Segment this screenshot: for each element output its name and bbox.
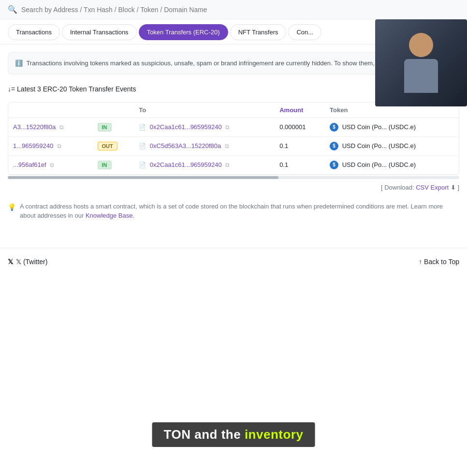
back-to-top-label: ↑ Back to Top xyxy=(419,258,459,266)
token-icon: $ xyxy=(330,142,338,150)
knowledge-base-link[interactable]: Knowledge Base. xyxy=(86,212,134,219)
doc-icon: 📄 xyxy=(139,124,146,131)
copy-to-icon[interactable]: ⧉ xyxy=(225,162,230,168)
cell-token: $ USD Coin (Po... (USDC.e) xyxy=(325,118,459,136)
subtitle-overlay: TON and the inventory xyxy=(152,422,315,447)
table-row: A3...15220f80a ⧉ IN 📄 0x2Caa1c61...96595… xyxy=(8,118,459,136)
search-icon: 🔍 xyxy=(8,5,17,14)
cell-to: 📄 0xC5d563A3...15220f80a ⧉ xyxy=(134,136,275,155)
to-hash-link[interactable]: 0x2Caa1c61...965959240 xyxy=(150,123,222,131)
cell-to: 📄 0x2Caa1c61...965959240 ⧉ xyxy=(134,155,275,174)
doc-icon: 📄 xyxy=(139,143,146,149)
back-to-top-button[interactable]: ↑ Back to Top xyxy=(419,258,459,266)
from-hash-link[interactable]: A3...15220f80a xyxy=(13,123,56,131)
from-hash-link[interactable]: ...956af61ef xyxy=(13,161,46,168)
camera-overlay xyxy=(375,19,467,106)
cell-from: ...956af61ef ⧉ xyxy=(8,155,93,174)
tab-token-transfers[interactable]: Token Transfers (ERC-20) xyxy=(139,24,228,40)
info-icon: ℹ️ xyxy=(15,60,23,67)
cell-token: $ USD Coin (Po... (USDC.e) xyxy=(325,136,459,155)
subtitle-highlight: inventory xyxy=(245,427,304,442)
col-to: To xyxy=(134,103,275,118)
from-hash-link[interactable]: 1...965959240 xyxy=(13,142,53,149)
info-note: 💡 A contract address hosts a smart contr… xyxy=(8,202,459,221)
cell-amount: 0.000001 xyxy=(275,118,325,136)
to-hash-link[interactable]: 0xC5d563A3...15220f80a xyxy=(150,142,221,149)
x-icon: 𝕏 xyxy=(8,258,13,266)
copy-from-icon[interactable]: ⧉ xyxy=(57,143,61,149)
footer: 𝕏 𝕏 (Twitter) ↑ Back to Top xyxy=(0,248,467,275)
cell-amount: 0.1 xyxy=(275,136,325,155)
subtitle-prefix: TON and the xyxy=(164,427,245,442)
col-from xyxy=(8,103,93,118)
notice-text: Transactions involving tokens marked as … xyxy=(26,60,392,67)
data-table: To Amount Token A3...15220f80a ⧉ IN 📄 0x… xyxy=(8,103,459,175)
table-title: ↓= Latest 3 ERC-20 Token Transfer Events xyxy=(8,85,136,93)
cell-amount: 0.1 xyxy=(275,155,325,174)
csv-suffix: ⬇ ] xyxy=(451,184,459,191)
token-transfers-table: To Amount Token A3...15220f80a ⧉ IN 📄 0x… xyxy=(8,102,459,175)
twitter-link[interactable]: 𝕏 𝕏 (Twitter) xyxy=(8,258,47,266)
cell-direction: OUT xyxy=(93,136,134,155)
cell-direction: IN xyxy=(93,118,134,136)
direction-badge: IN xyxy=(98,123,112,132)
doc-icon: 📄 xyxy=(139,162,146,168)
table-row: ...956af61ef ⧉ IN 📄 0x2Caa1c61...9659592… xyxy=(8,155,459,174)
cell-direction: IN xyxy=(93,155,134,174)
copy-from-icon[interactable]: ⧉ xyxy=(50,162,54,168)
copy-to-icon[interactable]: ⧉ xyxy=(225,143,229,149)
cell-from: A3...15220f80a ⧉ xyxy=(8,118,93,136)
csv-label: [ Download: xyxy=(381,184,414,191)
direction-badge: OUT xyxy=(98,142,117,150)
csv-export-link[interactable]: CSV Export xyxy=(416,184,449,191)
token-icon: $ xyxy=(330,123,338,132)
tab-contract[interactable]: Con... xyxy=(288,24,321,40)
cell-to: 📄 0x2Caa1c61...965959240 ⧉ xyxy=(134,118,275,136)
col-amount: Amount xyxy=(275,103,325,118)
token-icon: $ xyxy=(330,161,338,169)
direction-badge: IN xyxy=(98,161,112,169)
search-input[interactable] xyxy=(21,6,459,14)
search-bar: 🔍 xyxy=(0,0,467,19)
to-hash-link[interactable]: 0x2Caa1c61...965959240 xyxy=(150,161,222,168)
tab-internal-transactions[interactable]: Internal Transactions xyxy=(62,24,137,40)
csv-export-row: [ Download: CSV Export ⬇ ] xyxy=(8,179,459,196)
cell-token: $ USD Coin (Po... (USDC.e) xyxy=(325,155,459,174)
tab-nft-transfers[interactable]: NFT Transfers xyxy=(230,24,287,40)
col-direction xyxy=(93,103,134,118)
twitter-label: 𝕏 (Twitter) xyxy=(16,258,47,266)
table-row: 1...965959240 ⧉ OUT 📄 0xC5d563A3...15220… xyxy=(8,136,459,155)
copy-from-icon[interactable]: ⧉ xyxy=(59,124,64,131)
copy-to-icon[interactable]: ⧉ xyxy=(225,124,230,131)
info-note-text: A contract address hosts a smart contrac… xyxy=(20,202,459,221)
tab-transactions[interactable]: Transactions xyxy=(8,24,60,40)
cell-from: 1...965959240 ⧉ xyxy=(8,136,93,155)
person-head xyxy=(409,33,433,57)
person-body xyxy=(404,59,438,93)
lightbulb-icon: 💡 xyxy=(8,202,16,212)
video-feed xyxy=(375,19,467,106)
